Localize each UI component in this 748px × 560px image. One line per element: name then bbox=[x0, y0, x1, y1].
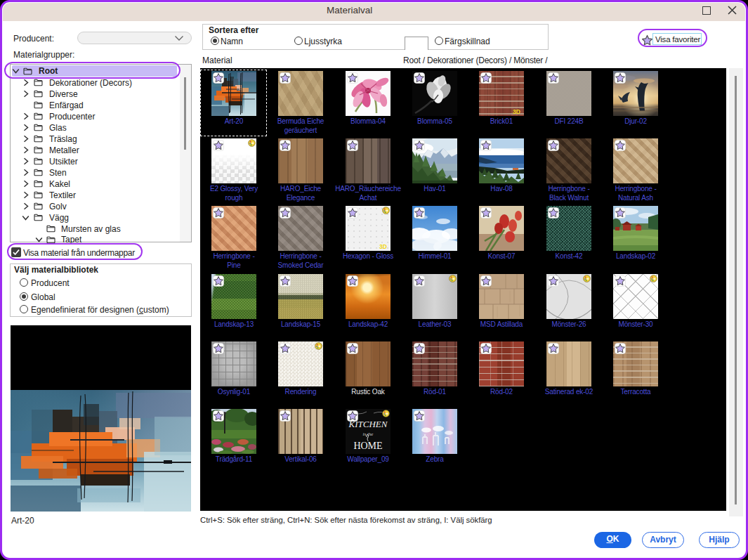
svg-text:HOME: HOME bbox=[353, 441, 382, 451]
